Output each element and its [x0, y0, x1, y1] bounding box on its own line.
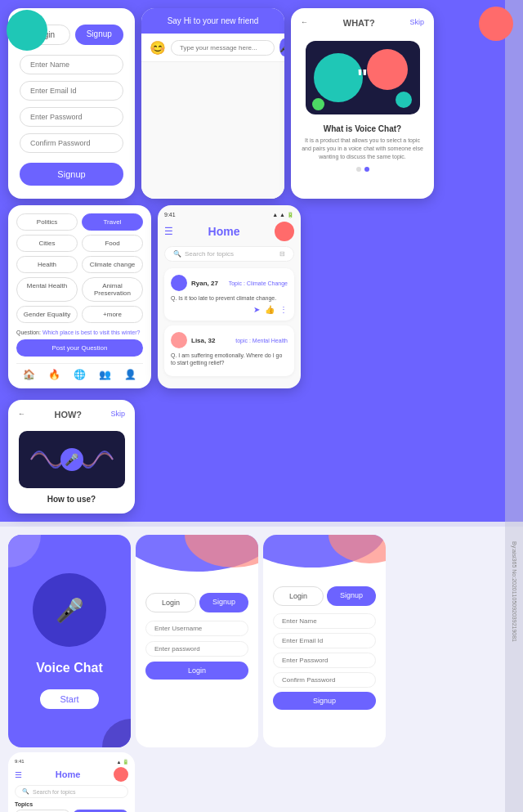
login-tab-sm[interactable]: Login [145, 593, 196, 612]
back-icon[interactable]: ← [301, 18, 308, 28]
mic-button[interactable]: 🎤 [279, 38, 284, 56]
topic-more[interactable]: +more [82, 306, 143, 323]
watermark: By:aisi365 No:20201105092039219081 [505, 0, 523, 812]
emoji-icon: 😊 [150, 40, 166, 56]
card-avatar-1 [171, 275, 187, 291]
what-description: It is a product that allows you to selec… [301, 137, 424, 160]
card-name-1: Ryan, 27 [191, 280, 218, 287]
phone-how: ← HOW? Skip 🎤 How to use? [8, 400, 135, 514]
signup-button[interactable]: Signup [20, 163, 123, 186]
card-topic-1[interactable]: Topic : Climate Change [229, 280, 288, 286]
how-title-label: HOW? [54, 410, 82, 419]
topic-food[interactable]: Food [82, 235, 143, 252]
signup-confirm-input[interactable] [273, 672, 376, 688]
topic-animal[interactable]: Animal Preservation [82, 277, 143, 302]
question-label: Question: Which place is best to visit t… [16, 330, 143, 335]
topic-travel[interactable]: Travel [82, 213, 143, 231]
signup-button-sm[interactable]: Signup [273, 692, 376, 710]
confirm-input[interactable] [20, 133, 123, 153]
search-placeholder: Search for topics [185, 250, 234, 258]
topic-health[interactable]: Health [16, 256, 78, 273]
signup-email-input[interactable] [273, 633, 376, 648]
question-link[interactable]: Which place is best to visit this winter… [42, 330, 140, 335]
chat-greeting: Say Hi to your new friend [151, 16, 275, 25]
splash-title: Voice Chat [36, 660, 103, 675]
topics-home-header: ☰ Home [15, 767, 128, 782]
feed-card-2: Lisa, 32 topic : Mental Health Q. I am s… [164, 325, 294, 376]
card-question-1: Q. Is it too late to prevent climate cha… [171, 294, 288, 302]
home-nav-icon[interactable]: 🏠 [23, 369, 35, 380]
fire-nav-icon[interactable]: 🔥 [48, 369, 60, 380]
more-icon[interactable]: ⋮ [279, 305, 288, 314]
signup-password-input[interactable] [273, 653, 376, 668]
topic-politics[interactable]: Politics [16, 213, 78, 231]
top-section: Login Signup Signup Say Hi to your new f… [0, 0, 523, 397]
topics-search: 🔍 Search for topics [15, 785, 128, 798]
password-input[interactable] [20, 107, 123, 127]
person-nav-icon[interactable]: 👤 [124, 369, 136, 380]
globe-nav-icon[interactable]: 🌐 [74, 369, 86, 380]
post-question-button[interactable]: Post your Question [16, 339, 143, 357]
email-input[interactable] [20, 81, 123, 101]
signup-tab-sm[interactable]: Signup [199, 593, 248, 612]
topics-search-icon: 🔍 [22, 788, 29, 795]
users-nav-icon[interactable]: 👥 [99, 369, 111, 380]
login-tab-signup[interactable]: Login [273, 586, 324, 606]
login-tabs-sm: Login Signup [145, 593, 248, 612]
card-topic-2[interactable]: topic : Mental Health [235, 338, 288, 343]
phone-chat: Say Hi to your new friend 😊 🎤 [141, 8, 284, 199]
topic-climate[interactable]: Climate change [82, 256, 143, 273]
wave-top-signup [263, 535, 386, 576]
card-header-1: Ryan, 27 Topic : Climate Change [171, 275, 288, 291]
topic-cities[interactable]: Cities [16, 235, 78, 252]
signup-tab[interactable]: Signup [75, 25, 124, 45]
password-input-sm[interactable] [145, 641, 248, 657]
topics-search-text: Search for topics [33, 789, 76, 795]
how-back-icon[interactable]: ← [18, 410, 25, 419]
search-icon: 🔍 [173, 250, 181, 258]
mic-icon: 🎤 [60, 448, 83, 471]
phone-sm-topics: 9:41 ▲ 🔋 ☰ Home 🔍 Search for topics Topi… [8, 752, 135, 812]
phone-splash: 🎤 Voice Chat Start [8, 535, 131, 747]
login-button-sm[interactable]: Login [145, 662, 248, 680]
chat-header: Say Hi to your new friend [141, 8, 284, 34]
topics-avatar [114, 767, 128, 782]
name-input[interactable] [20, 55, 123, 74]
hamburger-icon[interactable]: ☰ [164, 226, 173, 237]
wave-illustration: 🎤 [19, 431, 125, 488]
quote-icon: " [357, 65, 368, 91]
topics-home-title: Home [56, 769, 81, 779]
topic-gender[interactable]: Gender Equality [16, 306, 78, 323]
skip-link[interactable]: Skip [409, 18, 424, 28]
signup-tab-active[interactable]: Signup [327, 586, 376, 606]
topics-grid: Politics Travel Cities Food Health Clima… [16, 213, 143, 323]
card-header-2: Lisa, 32 topic : Mental Health [171, 332, 288, 348]
search-row: 🔍 Search for topics ⊟ [164, 246, 294, 262]
topics-ham-icon[interactable]: ☰ [15, 770, 22, 779]
status-time: 9:41 [164, 212, 176, 218]
send-icon[interactable]: ➤ [253, 305, 260, 314]
status-bar: 9:41 ▲ ▲ 🔋 [164, 212, 294, 218]
how-nav-row: ← HOW? Skip [18, 410, 125, 419]
splash-deco-br [102, 719, 131, 747]
signup-name-input[interactable] [273, 613, 376, 629]
topics-status-time: 9:41 [15, 759, 25, 765]
start-button[interactable]: Start [40, 689, 98, 709]
voice-icon: 🎤 [56, 597, 84, 624]
how-skip-link[interactable]: Skip [110, 410, 125, 419]
pagination-dots [356, 167, 369, 172]
username-input-sm[interactable] [145, 621, 248, 636]
filter-icon[interactable]: ⊟ [279, 250, 285, 258]
signup-tabs-sm: Login Signup [273, 586, 376, 606]
how-subtitle: How to use? [47, 495, 96, 504]
message-input[interactable] [171, 40, 275, 56]
phone-sm-signup: Login Signup Signup [263, 535, 386, 747]
phone-home: 9:41 ▲ ▲ 🔋 ☰ Home 🔍 Search for topics ⊟ … [158, 205, 301, 388]
user-avatar[interactable] [275, 222, 294, 241]
what-subtitle: What is Voice Chat? [324, 124, 401, 133]
like-icon[interactable]: 👍 [265, 305, 275, 314]
topics-label: Topics [15, 801, 128, 807]
home-title: Home [208, 225, 240, 238]
topic-mental[interactable]: Mental Health [16, 277, 78, 302]
card-name-2: Lisa, 32 [191, 337, 215, 344]
